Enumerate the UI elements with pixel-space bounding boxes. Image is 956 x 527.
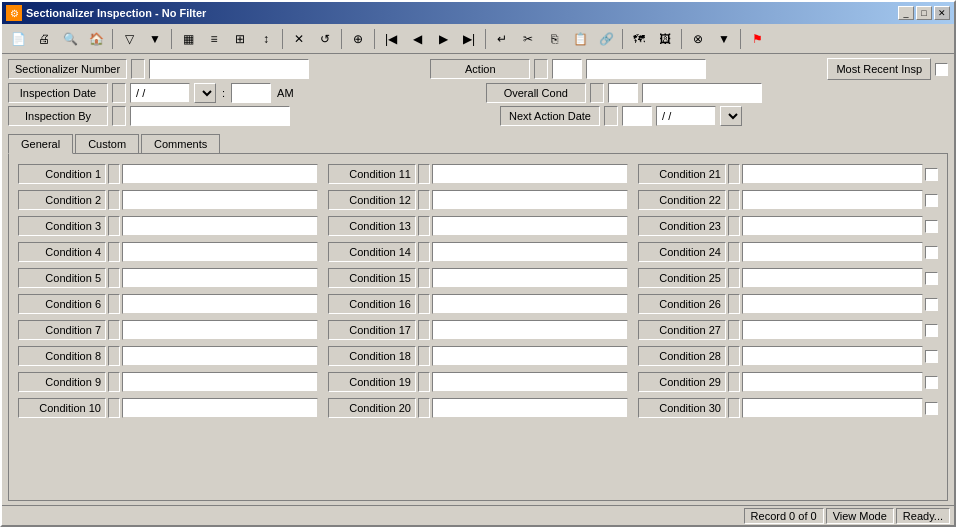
insp-by-sep bbox=[112, 106, 126, 126]
tb-print-button[interactable]: 🖨 bbox=[32, 28, 56, 50]
tb-layer-button[interactable]: ⊗ bbox=[686, 28, 710, 50]
cond-input-col3-5[interactable] bbox=[742, 268, 923, 288]
tb-prev-button[interactable]: ◀ bbox=[405, 28, 429, 50]
tb-delete-button[interactable]: ✕ bbox=[287, 28, 311, 50]
condition-row: Condition 10 bbox=[18, 396, 318, 420]
cond-checkbox-col3-2[interactable] bbox=[925, 194, 938, 207]
cond-label-col2-3: Condition 13 bbox=[328, 216, 416, 236]
cond-label-col3-5: Condition 25 bbox=[638, 268, 726, 288]
cond-input-col1-5[interactable] bbox=[122, 268, 318, 288]
cond-input-col2-7[interactable] bbox=[432, 320, 628, 340]
conditions-column-2: Condition 11Condition 12Condition 13Cond… bbox=[328, 162, 628, 420]
cond-input-col3-3[interactable] bbox=[742, 216, 923, 236]
cond-label-col1-6: Condition 6 bbox=[18, 294, 106, 314]
cond-label-col3-1: Condition 21 bbox=[638, 164, 726, 184]
tab-comments[interactable]: Comments bbox=[141, 134, 220, 154]
cond-input-col3-4[interactable] bbox=[742, 242, 923, 262]
next-action-code-input[interactable] bbox=[622, 106, 652, 126]
cond-label-col2-7: Condition 17 bbox=[328, 320, 416, 340]
tb-insert-button[interactable]: ↵ bbox=[490, 28, 514, 50]
cond-input-col2-1[interactable] bbox=[432, 164, 628, 184]
tb-col-button[interactable]: ⊞ bbox=[228, 28, 252, 50]
cond-checkbox-col3-7[interactable] bbox=[925, 324, 938, 337]
inspection-date-input[interactable] bbox=[130, 83, 190, 103]
minimize-button[interactable]: _ bbox=[898, 6, 914, 20]
sectionalizer-number-input[interactable] bbox=[149, 59, 309, 79]
cond-checkbox-col3-1[interactable] bbox=[925, 168, 938, 181]
action-input[interactable] bbox=[586, 59, 706, 79]
tb-grid-button[interactable]: ▦ bbox=[176, 28, 200, 50]
tb-next-button[interactable]: ▶ bbox=[431, 28, 455, 50]
tb-flag-button[interactable]: ⚑ bbox=[745, 28, 769, 50]
most-recent-button[interactable]: Most Recent Insp bbox=[827, 58, 931, 80]
tb-link-button[interactable]: 🔗 bbox=[594, 28, 618, 50]
cond-input-col3-7[interactable] bbox=[742, 320, 923, 340]
cond-checkbox-col3-8[interactable] bbox=[925, 350, 938, 363]
tb-undelete-button[interactable]: ↺ bbox=[313, 28, 337, 50]
tb-search-button[interactable]: 🔍 bbox=[58, 28, 82, 50]
cond-input-col2-2[interactable] bbox=[432, 190, 628, 210]
tb-new-button[interactable]: 📄 bbox=[6, 28, 30, 50]
inspection-by-input[interactable] bbox=[130, 106, 290, 126]
cond-input-col1-6[interactable] bbox=[122, 294, 318, 314]
cond-input-col3-2[interactable] bbox=[742, 190, 923, 210]
cond-input-col3-10[interactable] bbox=[742, 398, 923, 418]
cond-input-col2-5[interactable] bbox=[432, 268, 628, 288]
overall-cond-input[interactable] bbox=[642, 83, 762, 103]
tb-last-button[interactable]: ▶| bbox=[457, 28, 481, 50]
cond-label-col1-10: Condition 10 bbox=[18, 398, 106, 418]
tb-filter-button[interactable]: ▽ bbox=[117, 28, 141, 50]
cond-input-col2-3[interactable] bbox=[432, 216, 628, 236]
cond-input-col3-6[interactable] bbox=[742, 294, 923, 314]
cond-sep-col2-1 bbox=[418, 164, 430, 184]
cond-input-col1-1[interactable] bbox=[122, 164, 318, 184]
cond-input-col2-10[interactable] bbox=[432, 398, 628, 418]
tb-stack-button[interactable]: ⊕ bbox=[346, 28, 370, 50]
cond-input-col3-8[interactable] bbox=[742, 346, 923, 366]
cond-input-col1-7[interactable] bbox=[122, 320, 318, 340]
cond-checkbox-col3-6[interactable] bbox=[925, 298, 938, 311]
cond-input-col2-6[interactable] bbox=[432, 294, 628, 314]
tb-photo-button[interactable]: 🖼 bbox=[653, 28, 677, 50]
cond-input-col3-1[interactable] bbox=[742, 164, 923, 184]
cond-input-col3-9[interactable] bbox=[742, 372, 923, 392]
cond-input-col2-4[interactable] bbox=[432, 242, 628, 262]
tb-cut-button[interactable]: ✂ bbox=[516, 28, 540, 50]
cond-checkbox-col3-9[interactable] bbox=[925, 376, 938, 389]
cond-input-col1-10[interactable] bbox=[122, 398, 318, 418]
cond-input-col1-3[interactable] bbox=[122, 216, 318, 236]
cond-checkbox-col3-5[interactable] bbox=[925, 272, 938, 285]
tb-copy-button[interactable]: ⎘ bbox=[542, 28, 566, 50]
cond-input-col2-8[interactable] bbox=[432, 346, 628, 366]
most-recent-checkbox[interactable] bbox=[935, 63, 948, 76]
inspection-time-input[interactable] bbox=[231, 83, 271, 103]
overall-cond-code-input[interactable] bbox=[608, 83, 638, 103]
tb-list-button[interactable]: ≡ bbox=[202, 28, 226, 50]
cond-input-col1-9[interactable] bbox=[122, 372, 318, 392]
cond-input-col1-2[interactable] bbox=[122, 190, 318, 210]
next-action-date-dropdown[interactable] bbox=[720, 106, 742, 126]
tb-layer-dropdown[interactable]: ▼ bbox=[712, 28, 736, 50]
tab-custom[interactable]: Custom bbox=[75, 134, 139, 154]
cond-input-col1-8[interactable] bbox=[122, 346, 318, 366]
tb-filter-dropdown[interactable]: ▼ bbox=[143, 28, 167, 50]
action-code-input[interactable] bbox=[552, 59, 582, 79]
inspection-date-dropdown[interactable] bbox=[194, 83, 216, 103]
cond-sep-col2-10 bbox=[418, 398, 430, 418]
next-action-date-input[interactable] bbox=[656, 106, 716, 126]
tb-map-button[interactable]: 🗺 bbox=[627, 28, 651, 50]
cond-input-col2-9[interactable] bbox=[432, 372, 628, 392]
tb-first-button[interactable]: |◀ bbox=[379, 28, 403, 50]
cond-label-col2-4: Condition 14 bbox=[328, 242, 416, 262]
cond-checkbox-col3-3[interactable] bbox=[925, 220, 938, 233]
tb-paste-button[interactable]: 📋 bbox=[568, 28, 592, 50]
tb-home-button[interactable]: 🏠 bbox=[84, 28, 108, 50]
cond-checkbox-col3-4[interactable] bbox=[925, 246, 938, 259]
tab-general[interactable]: General bbox=[8, 134, 73, 154]
tb-sort-button[interactable]: ↕ bbox=[254, 28, 278, 50]
cond-checkbox-col3-10[interactable] bbox=[925, 402, 938, 415]
maximize-button[interactable]: □ bbox=[916, 6, 932, 20]
insp-date-sep bbox=[112, 83, 126, 103]
close-button[interactable]: ✕ bbox=[934, 6, 950, 20]
cond-input-col1-4[interactable] bbox=[122, 242, 318, 262]
